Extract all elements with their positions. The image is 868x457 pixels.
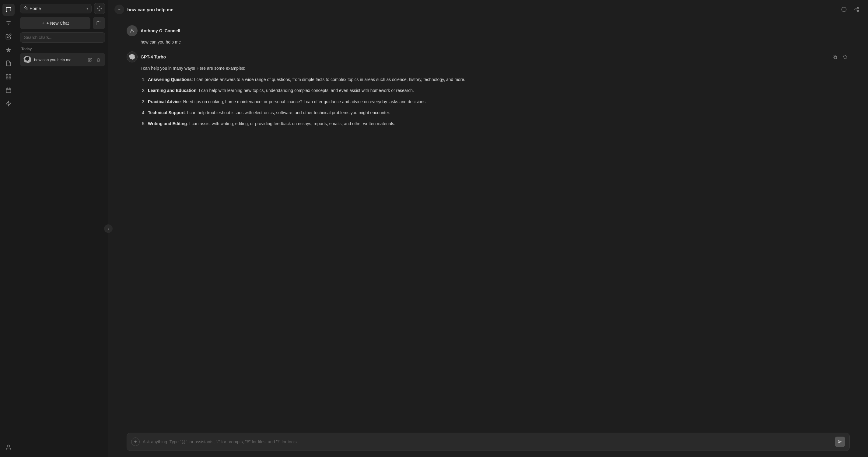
icon-bar	[0, 0, 17, 457]
svg-point-12	[7, 445, 9, 447]
svg-rect-23	[834, 57, 837, 59]
bot-message-header: GPT-4 Turbo	[127, 52, 850, 62]
svg-point-19	[857, 10, 859, 12]
sidebar-item-sparkle[interactable]	[2, 44, 14, 56]
sidebar-item-compose[interactable]	[2, 30, 14, 42]
home-label: Home	[30, 6, 41, 11]
svg-rect-4	[9, 74, 11, 77]
sidebar-header: Home ▾	[20, 3, 105, 14]
user-message-block: Anthony O 'Connell how can you help me	[127, 25, 850, 45]
plus-icon: +	[42, 21, 44, 26]
settings-button[interactable]	[94, 3, 105, 14]
sidebar-item-chat[interactable]	[2, 4, 14, 16]
chat-item-actions	[86, 56, 102, 63]
bot-message-actions	[830, 52, 850, 61]
bot-message-block: GPT-4 Turbo I can help you in many	[127, 52, 850, 127]
add-attachment-button[interactable]: +	[131, 437, 140, 446]
svg-rect-6	[9, 77, 11, 79]
chevron-down-icon: ▾	[87, 6, 88, 11]
svg-line-20	[856, 10, 857, 11]
list-item-1: Answering Questions: I can provide answe…	[147, 76, 850, 83]
svg-rect-5	[6, 77, 8, 79]
bot-list: Answering Questions: I can provide answe…	[141, 76, 850, 127]
svg-point-13	[99, 8, 100, 9]
sidebar-item-user[interactable]	[2, 441, 14, 453]
delete-chat-button[interactable]	[95, 56, 102, 63]
user-message-header: Anthony O 'Connell	[127, 25, 850, 36]
message-input[interactable]	[143, 439, 832, 444]
svg-rect-7	[6, 88, 11, 93]
home-icon	[24, 6, 28, 11]
collapse-icon: ‹	[108, 226, 109, 231]
svg-point-18	[855, 9, 856, 10]
sidebar-item-lightning[interactable]	[2, 97, 14, 110]
list-item-3: Practical Advice: Need tips on cooking, …	[147, 98, 850, 105]
bot-intro-text: I can help you in many ways! Here are so…	[141, 65, 850, 71]
user-message-content: how can you help me	[127, 39, 850, 45]
send-button[interactable]	[835, 436, 845, 447]
main-content: how can you help me ‹	[108, 0, 868, 457]
scroll-down-button[interactable]	[115, 5, 124, 14]
edit-chat-button[interactable]	[86, 56, 93, 63]
new-chat-label: + New Chat	[46, 21, 69, 26]
input-box: +	[127, 433, 850, 451]
header-right	[839, 4, 862, 14]
regenerate-message-button[interactable]	[841, 52, 850, 61]
info-button[interactable]	[839, 4, 849, 14]
bot-message-content: I can help you in many ways! Here are so…	[127, 65, 850, 127]
user-sender-name: Anthony O 'Connell	[141, 28, 180, 33]
plus-circle-icon: +	[134, 439, 137, 445]
sidebar-item-grid[interactable]	[2, 71, 14, 83]
sidebar: Home ▾ + + New Chat Today	[17, 0, 108, 457]
sidebar-item-filter[interactable]	[2, 17, 14, 29]
new-chat-row: + + New Chat	[20, 17, 105, 29]
svg-point-17	[857, 7, 859, 9]
svg-marker-11	[6, 101, 11, 106]
svg-rect-3	[6, 74, 8, 77]
svg-point-22	[131, 29, 133, 31]
copy-message-button[interactable]	[830, 52, 839, 61]
share-button[interactable]	[851, 4, 862, 14]
sidebar-collapse-button[interactable]: ‹	[104, 224, 113, 233]
chat-title: how can you help me	[127, 7, 174, 12]
chat-item-title: how can you help me	[34, 58, 84, 62]
home-selector[interactable]: Home ▾	[20, 4, 92, 13]
chat-list-item[interactable]: how can you help me	[20, 53, 105, 66]
list-item-5: Writing and Editing: I can assist with w…	[147, 120, 850, 127]
bot-avatar	[127, 52, 137, 62]
chat-item-avatar	[23, 55, 32, 64]
new-chat-button[interactable]: + + New Chat	[20, 17, 90, 29]
search-input[interactable]	[20, 32, 105, 42]
today-section-label: Today	[20, 47, 105, 51]
list-item-4: Technical Support: I can help troublesho…	[147, 109, 850, 116]
svg-line-21	[856, 8, 857, 9]
chat-header: how can you help me	[108, 0, 868, 19]
user-avatar	[127, 25, 137, 36]
sidebar-item-document[interactable]	[2, 57, 14, 69]
folder-button[interactable]	[93, 17, 105, 29]
bot-sender-name: GPT-4 Turbo	[141, 55, 166, 59]
input-area: +	[108, 428, 868, 457]
header-left: how can you help me	[115, 5, 174, 14]
list-item-2: Learning and Education: I can help with …	[147, 87, 850, 94]
sidebar-item-calendar[interactable]	[2, 84, 14, 96]
messages-area: Anthony O 'Connell how can you help me G…	[108, 19, 868, 428]
